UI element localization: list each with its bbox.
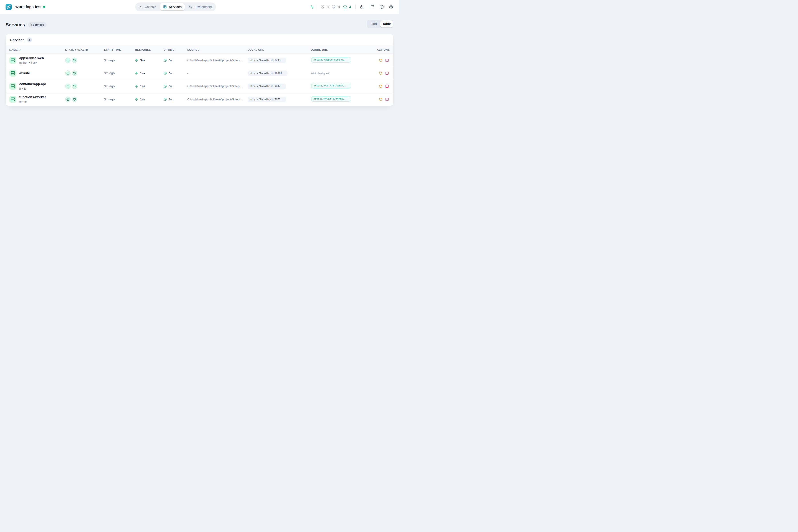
stat-unhealthy: 0 — [321, 5, 328, 9]
services-count-pill: 4 services — [28, 22, 46, 27]
local-url-cell: http://localhost:9847 — [248, 83, 311, 89]
health-healthy-badge — [72, 71, 77, 76]
response-cell: 1ms — [135, 72, 164, 75]
page-main: Services 4 services Grid Table Services … — [0, 20, 399, 106]
not-deployed-label: Not deployed — [311, 72, 329, 75]
column-header-azure-url[interactable]: AZURE URL — [311, 48, 369, 52]
local-url-chip[interactable]: http://localhost:9847 — [248, 83, 286, 89]
server-icon — [9, 83, 16, 90]
response-value: 1ms — [140, 84, 145, 88]
source-cell: - — [187, 72, 248, 75]
azure-url-chip[interactable]: https://func-k7zjfgp… — [311, 96, 351, 101]
service-name: appservice-web — [19, 56, 44, 60]
heart-icon — [73, 59, 76, 62]
uptime-value: 3m — [169, 84, 172, 88]
actions-cell — [369, 71, 390, 76]
azure-url-chip[interactable]: https://appservice-w… — [311, 57, 351, 62]
service-language: js • js — [19, 87, 46, 91]
zap-icon — [135, 59, 138, 62]
square-stop-icon — [385, 58, 389, 62]
nav-tab-label: Services — [169, 5, 182, 8]
table-row: functions-worker ts • ts 3m ago 1ms — [6, 93, 393, 106]
column-header-start-time[interactable]: START TIME — [104, 48, 135, 52]
square-stop-icon — [385, 97, 389, 101]
github-button[interactable] — [368, 3, 376, 11]
heart-icon — [73, 72, 76, 75]
nav-tab-label: Console — [145, 5, 156, 8]
services-card-count-badge: 4 — [27, 37, 32, 42]
help-circle-icon — [380, 5, 384, 9]
nav-tab-console[interactable]: Console — [136, 3, 159, 11]
local-url-cell: http://localhost:7071 — [248, 97, 311, 102]
response-value: 3ms — [140, 58, 145, 62]
column-header-source[interactable]: SOURCE — [187, 48, 248, 52]
column-header-local-url[interactable]: LOCAL URL — [248, 48, 311, 52]
restart-service-button[interactable] — [378, 83, 383, 89]
app-status-dot — [42, 5, 45, 8]
nav-tab-environment[interactable]: Environment — [186, 3, 215, 11]
rotate-cw-icon — [379, 97, 382, 101]
restart-service-button[interactable] — [378, 58, 383, 63]
uptime-value: 3m — [169, 58, 172, 62]
state-health-cell — [65, 71, 104, 76]
uptime-cell: 3m — [164, 84, 187, 88]
service-name-cell: azurite — [9, 70, 65, 77]
brand: azure-logs-test — [5, 0, 45, 14]
source-cell: C:\code\azd-app-2\cli\tests\projects\int… — [187, 58, 248, 62]
stop-service-button[interactable] — [384, 58, 390, 63]
local-url-chip[interactable]: http://localhost:10000 — [248, 71, 287, 76]
uptime-cell: 3m — [164, 98, 187, 101]
start-time-cell: 3m ago — [104, 97, 135, 101]
heart-pulse-icon — [332, 5, 336, 9]
server-icon — [9, 96, 16, 103]
stat-degraded: 0 — [332, 5, 340, 9]
view-toggle-grid[interactable]: Grid — [367, 20, 380, 27]
server-icon — [9, 57, 16, 64]
start-time-cell: 3m ago — [104, 58, 135, 62]
state-health-cell — [65, 58, 104, 63]
nav-tab-services[interactable]: Services — [160, 3, 185, 11]
services-card-title: Services — [10, 38, 24, 42]
service-name: azurite — [19, 71, 30, 75]
local-url-chip[interactable]: http://localhost:7071 — [248, 97, 286, 102]
gear-icon — [389, 5, 393, 9]
check-circle-icon — [66, 72, 69, 75]
source-cell: C:\code\azd-app-2\cli\tests\projects\int… — [187, 98, 248, 101]
column-header-actions: ACTIONS — [369, 48, 390, 52]
service-name-cell: appservice-web python • flask — [9, 56, 65, 65]
health-healthy-badge — [72, 83, 77, 89]
service-language: ts • ts — [19, 100, 46, 104]
app-header: azure-logs-test Console Services Environ… — [0, 0, 399, 14]
start-time-cell: 3m ago — [104, 71, 135, 75]
azure-url-chip[interactable]: https://ca-k7zjfgph5… — [311, 83, 351, 89]
help-button[interactable] — [378, 3, 386, 11]
server-icon — [9, 70, 16, 77]
divider — [355, 4, 356, 9]
state-health-cell — [65, 97, 104, 102]
heart-icon — [73, 98, 76, 101]
stop-service-button[interactable] — [384, 97, 390, 102]
zap-icon — [135, 72, 138, 75]
column-header-state-health[interactable]: STATE / HEALTH — [65, 48, 104, 52]
restart-service-button[interactable] — [378, 71, 383, 76]
stop-service-button[interactable] — [384, 71, 390, 76]
local-url-chip[interactable]: http://localhost:8293 — [248, 58, 286, 63]
table-header-row: NAME STATE / HEALTH START TIME RESPONSE … — [6, 46, 393, 54]
square-stop-icon — [385, 84, 389, 88]
view-toggle-table[interactable]: Table — [380, 20, 393, 27]
restart-service-button[interactable] — [378, 97, 383, 102]
column-header-name[interactable]: NAME — [9, 48, 65, 52]
clock-icon — [164, 85, 167, 88]
zap-icon — [135, 85, 138, 88]
settings-button[interactable] — [387, 3, 395, 11]
table-body: appservice-web python • flask 3m ago 3ms — [6, 54, 393, 106]
rotate-cw-icon — [379, 58, 382, 62]
stop-service-button[interactable] — [384, 83, 390, 89]
service-name: containerapp-api — [19, 82, 46, 86]
moon-icon — [360, 5, 364, 9]
local-url-cell: http://localhost:8293 — [248, 58, 311, 63]
column-header-response[interactable]: RESPONSE — [135, 48, 164, 52]
theme-toggle-button[interactable] — [358, 3, 366, 11]
column-header-uptime[interactable]: UPTIME — [164, 48, 187, 52]
page-title: Services — [5, 22, 25, 28]
